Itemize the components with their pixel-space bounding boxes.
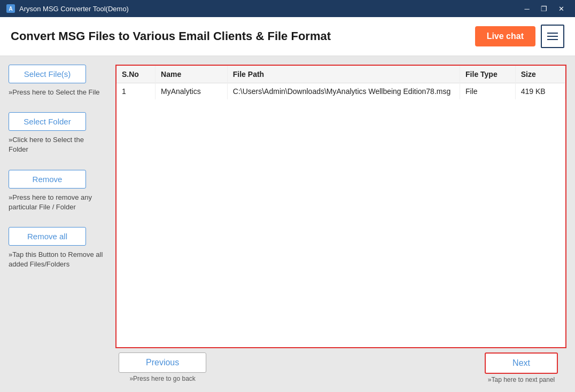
next-button[interactable]: Next — [485, 352, 558, 374]
menu-line-1 — [547, 33, 558, 34]
remove-all-button[interactable]: Remove all — [9, 227, 86, 246]
cell-sno: 1 — [116, 83, 156, 100]
next-hint: »Tap here to next panel — [488, 376, 555, 383]
sidebar: Select File(s) »Press here to Select the… — [0, 56, 112, 392]
footer-left: Previous »Press here to go back — [119, 352, 206, 382]
cell-name: MyAnalytics — [156, 83, 228, 100]
select-folder-hint: »Click here to Select the Folder — [9, 135, 104, 154]
minimize-button[interactable]: ─ — [519, 3, 534, 14]
col-header-size: Size — [515, 66, 565, 83]
live-chat-button[interactable]: Live chat — [475, 26, 535, 46]
menu-button[interactable] — [541, 25, 564, 48]
select-folder-button[interactable]: Select Folder — [9, 112, 86, 131]
right-panel: S.No Name File Path File Type Size 1 MyA… — [112, 56, 575, 392]
cell-size: 419 KB — [515, 83, 565, 100]
menu-line-2 — [547, 36, 558, 37]
table-header-row: S.No Name File Path File Type Size — [116, 66, 565, 83]
file-table: S.No Name File Path File Type Size 1 MyA… — [116, 66, 565, 99]
footer-right: Next »Tap here to next panel — [485, 352, 558, 383]
cell-type: File — [460, 83, 516, 100]
remove-hint: »Press here to remove any particular Fil… — [9, 193, 104, 212]
remove-all-section: Remove all »Tap this Button to Remove al… — [9, 227, 104, 269]
col-header-type: File Type — [460, 66, 516, 83]
select-files-button[interactable]: Select File(s) — [9, 65, 86, 83]
close-button[interactable]: ✕ — [554, 3, 569, 14]
title-bar-title: Aryson MSG Converter Tool(Demo) — [19, 5, 129, 13]
col-header-sno: S.No — [116, 66, 156, 83]
restore-button[interactable]: ❐ — [537, 3, 551, 14]
app-icon: A — [6, 4, 15, 13]
col-header-path: File Path — [227, 66, 460, 83]
select-files-hint: »Press here to Select the File — [9, 88, 104, 97]
remove-all-hint: »Tap this Button to Remove all added Fil… — [9, 250, 104, 269]
file-table-container: S.No Name File Path File Type Size 1 MyA… — [115, 65, 566, 348]
col-header-name: Name — [156, 66, 228, 83]
remove-button[interactable]: Remove — [9, 170, 86, 189]
select-files-section: Select File(s) »Press here to Select the… — [9, 65, 104, 97]
app-header: Convert MSG Files to Various Email Clien… — [0, 17, 575, 56]
select-folder-section: Select Folder »Click here to Select the … — [9, 112, 104, 154]
title-bar-left: A Aryson MSG Converter Tool(Demo) — [6, 4, 129, 13]
main-content: Select File(s) »Press here to Select the… — [0, 56, 575, 392]
previous-button[interactable]: Previous — [119, 352, 206, 373]
previous-hint: »Press here to go back — [129, 375, 195, 382]
header-right: Live chat — [475, 25, 564, 48]
app-title: Convert MSG Files to Various Email Clien… — [11, 29, 331, 43]
remove-section: Remove »Press here to remove any particu… — [9, 170, 104, 212]
footer-bar: Previous »Press here to go back Next »Ta… — [115, 348, 566, 387]
window-controls: ─ ❐ ✕ — [519, 3, 569, 14]
cell-path: C:\Users\Admin\Downloads\MyAnalytics Wel… — [227, 83, 460, 100]
title-bar: A Aryson MSG Converter Tool(Demo) ─ ❐ ✕ — [0, 0, 575, 17]
menu-line-3 — [547, 39, 558, 40]
table-row[interactable]: 1 MyAnalytics C:\Users\Admin\Downloads\M… — [116, 83, 565, 100]
